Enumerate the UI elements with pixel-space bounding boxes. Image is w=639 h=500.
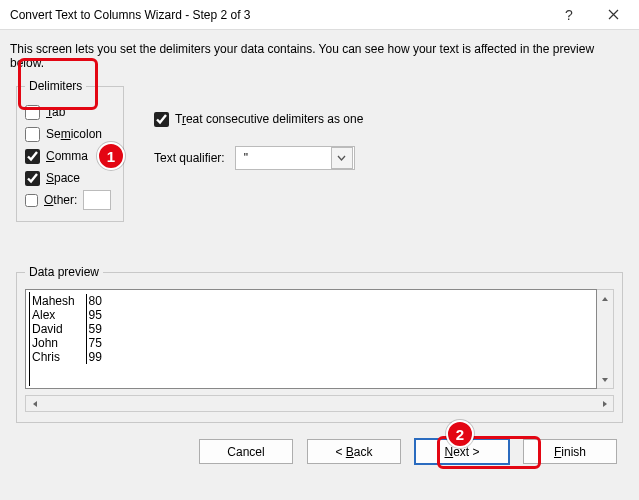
help-button[interactable]: ?: [547, 0, 591, 30]
text-qualifier-value: ": [236, 151, 331, 165]
scroll-up-button[interactable]: [597, 290, 613, 307]
titlebar: Convert Text to Columns Wizard - Step 2 …: [0, 0, 639, 30]
wizard-description: This screen lets you set the delimiters …: [0, 30, 639, 86]
data-preview-group: Data preview Mahesh80 Alex95 David59 Joh…: [16, 272, 623, 423]
window-title: Convert Text to Columns Wizard - Step 2 …: [10, 8, 547, 22]
cancel-button[interactable]: Cancel: [199, 439, 293, 464]
chevron-up-icon: [601, 296, 609, 302]
table-row: John75: [30, 336, 104, 350]
delimiter-semicolon[interactable]: Semicolon: [25, 123, 115, 145]
chevron-right-icon: [602, 400, 608, 408]
chevron-down-icon: [601, 377, 609, 383]
treat-consecutive-checkbox[interactable]: [154, 112, 169, 127]
chevron-left-icon: [32, 400, 38, 408]
table-row: David59: [30, 322, 104, 336]
delimiter-space[interactable]: Space: [25, 167, 115, 189]
delimiters-group: Delimiters Tab Semicolon Comma Space Oth…: [16, 86, 124, 222]
finish-button[interactable]: Finish: [523, 439, 617, 464]
next-button[interactable]: Next >: [415, 439, 509, 464]
delimiter-tab-checkbox[interactable]: [25, 105, 40, 120]
delimiter-comma[interactable]: Comma: [25, 145, 115, 167]
text-qualifier-combo[interactable]: ": [235, 146, 355, 170]
vertical-scrollbar[interactable]: [597, 289, 614, 389]
table-row: Chris99: [30, 350, 104, 364]
delimiter-space-checkbox[interactable]: [25, 171, 40, 186]
chevron-down-icon: [337, 155, 346, 161]
data-preview-pane: Mahesh80 Alex95 David59 John75 Chris99: [25, 289, 597, 389]
scroll-right-button[interactable]: [596, 396, 613, 411]
delimiter-other-input[interactable]: [83, 190, 111, 210]
treat-consecutive[interactable]: Treat consecutive delimiters as one: [154, 108, 363, 130]
data-preview-table: Mahesh80 Alex95 David59 John75 Chris99: [30, 294, 104, 364]
close-icon: [608, 9, 619, 20]
scroll-left-button[interactable]: [26, 396, 43, 411]
delimiter-tab[interactable]: Tab: [25, 101, 115, 123]
table-row: Alex95: [30, 308, 104, 322]
scroll-down-button[interactable]: [597, 371, 613, 388]
wizard-buttons: Cancel < Back Next > Finish: [0, 423, 639, 464]
text-qualifier-dropdown[interactable]: [331, 147, 353, 169]
horizontal-scrollbar[interactable]: [25, 395, 614, 412]
data-preview-legend: Data preview: [25, 265, 103, 279]
delimiters-legend: Delimiters: [25, 79, 86, 93]
delimiter-options: Treat consecutive delimiters as one Text…: [154, 86, 363, 170]
close-button[interactable]: [591, 0, 635, 30]
table-row: Mahesh80: [30, 294, 104, 308]
back-button[interactable]: < Back: [307, 439, 401, 464]
text-qualifier-label: Text qualifier:: [154, 151, 225, 165]
delimiter-other[interactable]: Other:: [25, 189, 115, 211]
delimiter-comma-checkbox[interactable]: [25, 149, 40, 164]
delimiter-other-checkbox[interactable]: [25, 193, 38, 208]
delimiter-semicolon-checkbox[interactable]: [25, 127, 40, 142]
